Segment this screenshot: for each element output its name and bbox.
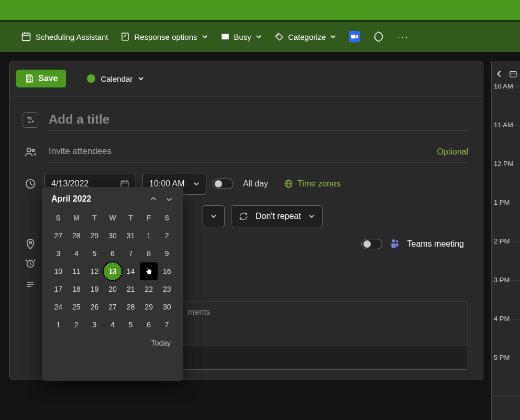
calendar-day[interactable]: 8 [140, 245, 158, 262]
addin-icon[interactable] [373, 31, 384, 42]
time-label: 3 PM [494, 276, 510, 284]
end-time-dropdown[interactable] [203, 205, 225, 227]
zoom-addin-icon[interactable] [349, 31, 360, 42]
teams-toggle[interactable] [361, 239, 382, 249]
calendar-day[interactable]: 9 [158, 245, 176, 262]
calendar-day[interactable]: 24 [49, 298, 68, 316]
calendar-day[interactable]: 30 [158, 298, 176, 316]
description-icon [23, 277, 38, 292]
calendar-day[interactable]: 17 [49, 280, 68, 298]
scheduling-assistant-button[interactable]: Scheduling Assistant [21, 31, 108, 42]
calendar-day[interactable]: 23 [158, 280, 176, 298]
time-slot[interactable]: 4 PM [492, 319, 520, 358]
time-slot[interactable]: 5 PM [492, 358, 520, 397]
calendar-day[interactable] [140, 262, 158, 280]
calendar-day[interactable]: 27 [49, 227, 68, 245]
busy-label: Busy [234, 32, 251, 41]
time-slot[interactable]: 2 PM [492, 242, 520, 281]
calendar-day[interactable]: 18 [68, 280, 86, 298]
weekday-header: S [158, 209, 176, 227]
svg-point-26 [396, 240, 398, 242]
calendar-day[interactable]: 25 [68, 298, 86, 316]
calendar-day[interactable]: 31 [121, 227, 140, 245]
svg-rect-33 [510, 71, 516, 77]
calendar-day[interactable]: 28 [68, 227, 86, 245]
time-slot[interactable]: 10 AM [492, 87, 520, 126]
calendar-day[interactable]: 2 [68, 316, 86, 334]
calendar-day[interactable]: 13 [104, 262, 122, 280]
prev-month-icon[interactable] [149, 194, 158, 204]
calendar-day[interactable]: 2 [158, 227, 176, 245]
day-timeline: 10 AM11 AM12 PM1 PM2 PM3 PM4 PM5 PM [491, 61, 520, 420]
response-options-button[interactable]: Response options [120, 32, 207, 41]
calendar-day[interactable]: 10 [49, 262, 68, 280]
weekday-header: S [49, 209, 68, 227]
calendar-day[interactable]: 16 [158, 262, 176, 280]
calendar-day[interactable]: 22 [140, 280, 158, 298]
calendar-day[interactable]: 29 [85, 227, 104, 245]
calendar-day[interactable]: 12 [85, 262, 104, 280]
time-slot[interactable]: 1 PM [492, 203, 520, 242]
calendar-day[interactable]: 4 [68, 245, 86, 262]
more-button[interactable]: ··· [397, 31, 409, 43]
people-icon [23, 144, 38, 160]
time-slot[interactable]: 3 PM [492, 281, 520, 319]
categorize-label: Categorize [288, 32, 326, 41]
calendar-day[interactable]: 20 [104, 280, 122, 298]
calendar-day[interactable]: 14 [121, 262, 140, 280]
busy-button[interactable]: Busy [220, 32, 262, 41]
calendar-day[interactable]: 29 [140, 298, 158, 316]
calendar-label: Calendar [101, 74, 132, 83]
calendar-day[interactable]: 11 [68, 262, 86, 280]
optional-link[interactable]: Optional [437, 147, 468, 157]
timeline-prev-icon[interactable] [495, 70, 503, 78]
attendees-input[interactable] [48, 141, 470, 162]
scheduling-assistant-label: Scheduling Assistant [36, 32, 108, 41]
time-slot[interactable]: 11 AM [492, 126, 520, 164]
response-options-label: Response options [134, 32, 197, 41]
categorize-button[interactable]: Categorize [274, 32, 337, 41]
calendar-day[interactable]: 7 [121, 245, 140, 262]
repeat-dropdown[interactable]: Don't repeat [231, 205, 323, 227]
svg-point-24 [29, 241, 32, 244]
time-label: 5 PM [494, 353, 510, 361]
all-day-toggle[interactable] [213, 179, 234, 189]
calendar-day[interactable]: 5 [121, 316, 140, 334]
time-zones-label: Time zones [297, 179, 340, 189]
calendar-day[interactable]: 6 [140, 316, 158, 334]
calendar-color-dot [87, 74, 95, 83]
calendar-day[interactable]: 28 [121, 298, 140, 316]
calendar-day[interactable]: 30 [104, 227, 122, 245]
calendar-day[interactable]: 3 [85, 316, 104, 334]
calendar-day[interactable]: 26 [85, 298, 104, 316]
timeline-calendar-icon[interactable] [509, 70, 517, 78]
date-picker-popup: April 2022 SMTWTFS2728293031123456789101… [42, 187, 183, 381]
ribbon: Scheduling Assistant Response options Bu… [0, 20, 520, 52]
svg-rect-9 [28, 75, 31, 77]
calendar-day[interactable]: 1 [49, 316, 68, 334]
svg-point-11 [28, 117, 29, 118]
save-button[interactable]: Save [16, 70, 66, 87]
calendar-selector[interactable]: Calendar [87, 74, 144, 83]
time-slot[interactable]: 12 PM [492, 164, 520, 203]
calendar-month-title[interactable]: April 2022 [51, 194, 91, 204]
calendar-day[interactable]: 6 [104, 245, 122, 262]
calendar-day[interactable]: 4 [104, 316, 122, 334]
save-label: Save [38, 74, 58, 83]
time-zones-button[interactable]: Time zones [284, 179, 340, 189]
today-button[interactable]: Today [49, 334, 176, 347]
repeat-label: Don't repeat [256, 212, 301, 221]
spacer [23, 208, 38, 224]
emoji-picker-icon[interactable] [23, 112, 38, 128]
calendar-day[interactable]: 5 [85, 245, 104, 262]
calendar-day[interactable]: 7 [158, 316, 176, 334]
calendar-day[interactable]: 3 [49, 245, 68, 262]
calendar-day[interactable]: 1 [140, 227, 158, 245]
svg-point-12 [27, 148, 31, 151]
calendar-day[interactable]: 27 [104, 298, 122, 316]
calendar-day[interactable]: 19 [85, 280, 104, 298]
title-bar [0, 0, 520, 20]
next-month-icon[interactable] [164, 194, 174, 204]
title-input[interactable] [48, 109, 470, 130]
calendar-day[interactable]: 21 [121, 280, 140, 298]
